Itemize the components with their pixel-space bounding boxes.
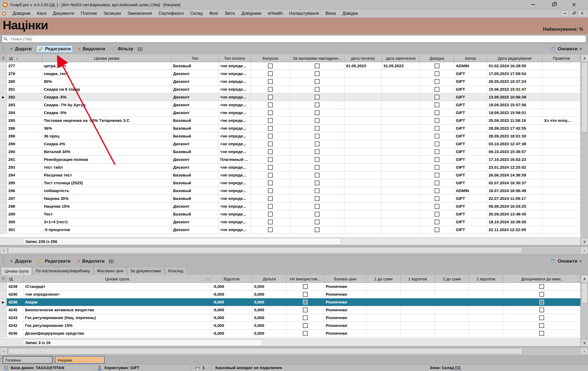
- bonus-checkbox[interactable]: [268, 134, 273, 139]
- bonus-checkbox[interactable]: [268, 227, 273, 232]
- gross-checkbox[interactable]: [315, 188, 320, 193]
- table-row[interactable]: 3003+1=4 (тест)Дисконт<не опреде...GIFT1…: [0, 218, 580, 226]
- bonus-checkbox[interactable]: [268, 71, 273, 76]
- column-header-pct1[interactable]: 1 відсоток: [401, 275, 435, 283]
- menu-item[interactable]: Документи: [50, 10, 78, 17]
- menu-item[interactable]: Вікна: [322, 10, 339, 17]
- help-checkbox[interactable]: [435, 118, 439, 123]
- column-header-sum2[interactable]: 2 до суми: [435, 275, 469, 283]
- table-row[interactable]: 4240<не определено>-5,0000,000Розничная: [0, 291, 580, 298]
- bonus-checkbox[interactable]: [268, 110, 273, 115]
- help-checkbox[interactable]: [435, 157, 439, 162]
- max-checkbox[interactable]: [539, 315, 544, 320]
- table-row[interactable]: 285Тестовая наценнка на -50% Татарченко …: [0, 117, 580, 125]
- menu-item[interactable]: Довідники: [238, 10, 265, 17]
- bonus-checkbox[interactable]: [268, 87, 273, 92]
- tab-item[interactable]: За документами: [127, 267, 164, 275]
- gross-checkbox[interactable]: [315, 126, 320, 131]
- restore-button[interactable]: [550, 2, 557, 7]
- column-header-author[interactable]: Автор: [454, 54, 487, 62]
- scroll-down-icon[interactable]: ∨: [581, 339, 588, 347]
- gross-checkbox[interactable]: [315, 204, 320, 209]
- gross-checkbox[interactable]: [315, 95, 320, 100]
- tab-item[interactable]: Фіксовані ціни: [93, 267, 127, 275]
- window-tab-nacinky[interactable]: Націнки: [55, 356, 105, 364]
- bottom-horizontal-scrollbar[interactable]: ‹ ›: [0, 348, 588, 355]
- table-row[interactable]: ▶282Скидка -5%Дисконт<не опреде...GIFT13…: [0, 93, 580, 101]
- menu-item[interactable]: Довідник: [9, 10, 34, 17]
- scroll-right-icon[interactable]: ›: [580, 348, 588, 355]
- table-row[interactable]: 279скидка_тестДисконт<не опреде...GIFT17…: [0, 70, 580, 78]
- not_used-checkbox[interactable]: [303, 308, 308, 312]
- bottom-hscroll-thumb[interactable]: [8, 348, 522, 354]
- scroll-up-icon[interactable]: ∧: [581, 54, 588, 62]
- gross-checkbox[interactable]: [315, 212, 320, 217]
- column-header-max[interactable]: Дооцінювати до макс.: [503, 275, 580, 283]
- gross-checkbox[interactable]: [315, 165, 320, 170]
- column-header-gross[interactable]: За валовими накладенн...: [290, 54, 344, 62]
- gross-checkbox[interactable]: [315, 103, 320, 107]
- table-row[interactable]: 295Тест столица (2525)Базовый<не опреде.…: [0, 179, 580, 187]
- not_used-checkbox[interactable]: [303, 331, 308, 336]
- bonus-checkbox[interactable]: [268, 126, 273, 131]
- table-row[interactable]: 297Націнка 30%Базовый<не опреде...GIFT22…: [0, 195, 580, 203]
- column-header-group[interactable]: Цінова група△: [23, 275, 211, 283]
- bonus-checkbox[interactable]: [268, 165, 273, 170]
- detail-delete-button[interactable]: × Видалити: [75, 258, 106, 265]
- column-header-not_used[interactable]: Не використов...: [286, 275, 324, 283]
- max-checkbox[interactable]: [539, 323, 544, 328]
- max-checkbox[interactable]: [539, 292, 544, 297]
- table-row[interactable]: 291Реинбурсация полнаяДисконтПлатежный .…: [0, 156, 580, 164]
- table-row[interactable]: 301-5 процентовДисконт<не опреде...GIFT2…: [0, 226, 580, 234]
- minimize-button[interactable]: [530, 2, 536, 7]
- column-header-pay[interactable]: Тип оплати: [219, 54, 251, 62]
- bonus-checkbox[interactable]: [268, 173, 273, 178]
- column-chooser-icon[interactable]: [138, 47, 142, 51]
- column-header-date_start[interactable]: дата початку: [344, 54, 382, 62]
- not_used-checkbox[interactable]: [303, 292, 308, 297]
- help-checkbox[interactable]: [435, 79, 439, 84]
- help-checkbox[interactable]: [435, 181, 439, 185]
- top-hscroll-thumb[interactable]: [8, 247, 522, 253]
- help-checkbox[interactable]: [435, 149, 439, 154]
- detail-refresh-button[interactable]: Оновити ▾: [550, 259, 585, 264]
- gross-checkbox[interactable]: [315, 220, 320, 224]
- bonus-checkbox[interactable]: [268, 204, 273, 209]
- filter-button[interactable]: Фільтр: [110, 45, 135, 52]
- close-button[interactable]: ✕: [571, 2, 577, 7]
- mdi-close-button[interactable]: ✕: [578, 10, 586, 17]
- gross-checkbox[interactable]: [315, 173, 320, 178]
- gross-checkbox[interactable]: [315, 110, 320, 115]
- bottom-vscroll-thumb[interactable]: [581, 283, 587, 303]
- help-checkbox[interactable]: [435, 87, 439, 92]
- column-header-name[interactable]: Цінова умова: [42, 54, 172, 62]
- menu-item[interactable]: Філії: [206, 10, 221, 17]
- detail-add-button[interactable]: + Додати: [8, 258, 33, 265]
- help-checkbox[interactable]: [435, 212, 439, 217]
- bonus-checkbox[interactable]: [268, 79, 273, 84]
- table-row[interactable]: 4239!Стандарт-5,0000,000Розничная: [0, 283, 580, 291]
- menu-item[interactable]: Склад: [187, 10, 206, 17]
- gross-checkbox[interactable]: [315, 181, 320, 185]
- table-row[interactable]: 4246Дезинфицирующие средства-5,0000,000Р…: [0, 330, 580, 337]
- delete-button[interactable]: × Видалити: [76, 45, 107, 52]
- column-chooser-icon[interactable]: [109, 259, 114, 263]
- help-checkbox[interactable]: [435, 227, 439, 232]
- tab-item[interactable]: Розклад: [164, 267, 187, 275]
- help-checkbox[interactable]: [435, 110, 439, 115]
- table-row[interactable]: 28080%Дисконт<не опреде...GIFT29.05.2023…: [0, 78, 580, 86]
- gross-checkbox[interactable]: [315, 157, 320, 162]
- table-row[interactable]: 294Расценка тестБазовый<не опреде...GIFT…: [0, 171, 580, 179]
- table-row[interactable]: 289Скидка 4%Дисконт<не опреде...GIFT03.1…: [0, 140, 580, 148]
- table-row[interactable]: 293тест таблДисконт<не опреде...GIFT23.0…: [0, 164, 580, 171]
- help-checkbox[interactable]: [435, 142, 439, 146]
- tab-active[interactable]: Цінова група: [1, 267, 32, 275]
- scroll-left-icon[interactable]: ‹: [0, 247, 8, 254]
- gross-checkbox[interactable]: [315, 142, 320, 146]
- edit-button[interactable]: Редагувати: [36, 45, 73, 53]
- table-row[interactable]: 4245Биологически активные вещества-5,000…: [0, 306, 580, 314]
- bonus-checkbox[interactable]: [268, 181, 273, 185]
- column-header-bonus[interactable]: Бонусна: [251, 54, 290, 62]
- table-row[interactable]: 4243Гос.регулирование (Нац. перечень)-5,…: [0, 314, 580, 322]
- table-row[interactable]: 284Скидка -5%Дисконт<не опреде...GIFT19.…: [0, 109, 580, 117]
